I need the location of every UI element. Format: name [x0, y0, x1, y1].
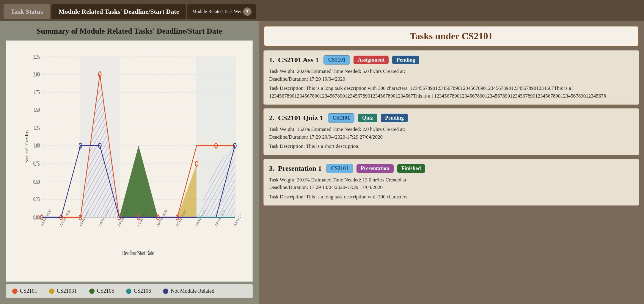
tab-task-status[interactable]: Task Status [4, 4, 50, 19]
task-card-1: 1. CS2101 Ass 1 CS2101 Assignment Pendin… [263, 50, 639, 105]
svg-text:2.00: 2.00 [33, 70, 40, 78]
main-content: Summary of Module Related Tasks' Deadlin… [0, 21, 644, 304]
task-card-3: 3. Presentation 1 CS2101 Presentation Fi… [263, 159, 639, 206]
tasks-list[interactable]: 1. CS2101 Ass 1 CS2101 Assignment Pendin… [259, 47, 644, 304]
task-1-type-badge[interactable]: Assignment [354, 56, 389, 64]
svg-text:11/04/2020: 11/04/2020 [59, 208, 71, 228]
svg-text:1.75: 1.75 [33, 89, 40, 96]
legend-cs2106-icon [126, 289, 131, 294]
left-panel: Summary of Module Related Tasks' Deadlin… [0, 21, 259, 304]
svg-text:1.00: 1.00 [33, 142, 40, 149]
task-2-title: 2. CS2101 Quiz 1 [269, 114, 323, 122]
svg-text:10/04/2020: 10/04/2020 [40, 208, 51, 228]
right-header: Tasks under CS2101 [263, 26, 639, 47]
legend-cs2105-icon [89, 289, 95, 294]
task-1-title: 1. CS2101 Ass 1 [269, 56, 319, 64]
svg-text:1.25: 1.25 [33, 124, 40, 132]
legend-not-module: Not Module Related [163, 288, 214, 294]
legend-cs2101-label: CS2101 [20, 288, 37, 294]
task-3-header: 3. Presentation 1 CS2101 Presentation Fi… [269, 164, 634, 173]
task-1-header: 1. CS2101 Ass 1 CS2101 Assignment Pendin… [269, 55, 634, 65]
svg-text:0.50: 0.50 [33, 178, 40, 185]
legend-not-module-label: Not Module Related [171, 288, 214, 294]
tab-weight-dropdown[interactable]: Module Related Task Wei ▼ [187, 4, 256, 19]
svg-text:2.25: 2.25 [33, 53, 40, 60]
legend-cs2103t-label: CS2103T [57, 288, 77, 294]
task-2-status-badge[interactable]: Pending [381, 114, 408, 122]
task-1-description: Task Description: This is a long task de… [269, 84, 634, 100]
legend-cs2101-icon [12, 289, 18, 294]
task-3-status-badge[interactable]: Finished [397, 164, 425, 173]
legend-cs2101: CS2101 [12, 288, 37, 294]
task-3-description: Task Description: This is a long task de… [269, 193, 634, 201]
svg-text:0.75: 0.75 [33, 160, 40, 167]
svg-text:1.50: 1.50 [33, 106, 40, 114]
task-2-meta: Task Weight: 15.0% Estimated Time Needed… [269, 126, 634, 141]
svg-text:0.00: 0.00 [33, 214, 40, 221]
legend-cs2105-label: CS2105 [97, 288, 114, 294]
task-3-meta: Task Weight: 20.0% Estimated Time Needed… [269, 176, 634, 191]
tab-weight-label: Module Related Task Wei [192, 9, 241, 14]
svg-marker-38 [119, 146, 158, 217]
svg-text:No of Tasks: No of Tasks [25, 130, 29, 164]
svg-text:Deadline/Start Date: Deadline/Start Date [122, 249, 154, 257]
task-3-type-badge[interactable]: Presentation [356, 164, 394, 173]
chevron-down-icon[interactable]: ▼ [243, 7, 252, 16]
svg-text:16/04/2020: 16/04/2020 [156, 208, 167, 228]
svg-text:0.25: 0.25 [33, 195, 40, 203]
legend-cs2106-label: CS2106 [134, 288, 151, 294]
right-header-title: Tasks under CS2101 [410, 31, 493, 41]
legend-cs2105: CS2105 [89, 288, 114, 294]
tab-bar: Task Status Module Related Tasks' Deadli… [0, 0, 644, 21]
task-2-module-badge[interactable]: CS2101 [328, 113, 354, 123]
legend-cs2103t: CS2103T [49, 288, 77, 294]
task-3-module-badge[interactable]: CS2101 [326, 164, 353, 173]
task-2-description: Task Description: This is a short descri… [269, 142, 634, 150]
right-panel: Tasks under CS2101 1. CS2101 Ass 1 CS210… [259, 21, 644, 304]
chart-svg: 0.00 0.25 0.50 0.75 1.00 1.25 1.50 1.75 … [24, 47, 241, 258]
task-1-module-badge[interactable]: CS2101 [323, 55, 350, 65]
task-1-meta: Task Weight: 20.0% Estimated Time Needed… [269, 68, 634, 83]
legend: CS2101 CS2103T CS2105 CS2106 Not Module … [6, 284, 253, 298]
chart-area: 0.00 0.25 0.50 0.75 1.00 1.25 1.50 1.75 … [6, 40, 253, 282]
task-2-type-badge[interactable]: Quiz [358, 114, 377, 122]
legend-cs2103t-icon [49, 289, 54, 294]
task-2-header: 2. CS2101 Quiz 1 CS2101 Quiz Pending [269, 113, 634, 123]
task-3-title: 3. Presentation 1 [269, 164, 322, 173]
legend-not-module-icon [163, 289, 168, 294]
chart-title: Summary of Module Related Tasks' Deadlin… [6, 27, 253, 36]
task-1-status-badge[interactable]: Pending [392, 56, 419, 64]
task-card-2: 2. CS2101 Quiz 1 CS2101 Quiz Pending Tas… [263, 108, 639, 155]
svg-marker-39 [177, 164, 197, 217]
tab-deadline-start[interactable]: Module Related Tasks' Deadline/Start Dat… [51, 4, 186, 19]
legend-cs2106: CS2106 [126, 288, 151, 294]
